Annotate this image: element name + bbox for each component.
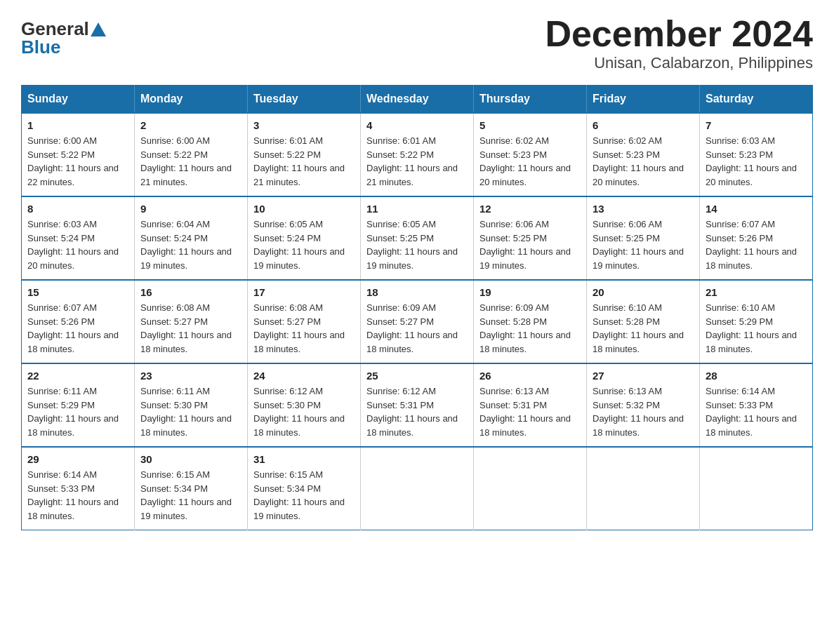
day-info: Sunrise: 6:00 AMSunset: 5:22 PMDaylight:… — [140, 134, 241, 189]
calendar-cell: 15Sunrise: 6:07 AMSunset: 5:26 PMDayligh… — [22, 280, 135, 363]
day-number: 21 — [706, 286, 807, 298]
calendar-cell: 23Sunrise: 6:11 AMSunset: 5:30 PMDayligh… — [135, 363, 248, 447]
calendar-cell — [587, 447, 700, 530]
page-header: General Blue December 2024 Unisan, Calab… — [21, 14, 813, 72]
calendar-cell: 13Sunrise: 6:06 AMSunset: 5:25 PMDayligh… — [587, 196, 700, 280]
logo-general: General — [21, 20, 89, 38]
calendar-cell — [361, 447, 474, 530]
calendar-cell: 1Sunrise: 6:00 AMSunset: 5:22 PMDaylight… — [22, 113, 135, 196]
day-info: Sunrise: 6:13 AMSunset: 5:32 PMDaylight:… — [593, 384, 694, 439]
calendar-cell: 14Sunrise: 6:07 AMSunset: 5:26 PMDayligh… — [700, 196, 813, 280]
day-number: 6 — [593, 119, 694, 131]
day-info: Sunrise: 6:10 AMSunset: 5:29 PMDaylight:… — [706, 301, 807, 356]
calendar-cell: 8Sunrise: 6:03 AMSunset: 5:24 PMDaylight… — [22, 196, 135, 280]
column-header-tuesday: Tuesday — [248, 86, 361, 114]
day-number: 26 — [479, 370, 581, 382]
day-number: 23 — [140, 370, 241, 382]
day-info: Sunrise: 6:15 AMSunset: 5:34 PMDaylight:… — [253, 468, 355, 523]
day-number: 14 — [706, 203, 807, 215]
day-number: 16 — [140, 286, 241, 298]
day-info: Sunrise: 6:11 AMSunset: 5:30 PMDaylight:… — [140, 384, 241, 439]
day-number: 24 — [253, 370, 355, 382]
calendar-cell: 10Sunrise: 6:05 AMSunset: 5:24 PMDayligh… — [248, 196, 361, 280]
day-info: Sunrise: 6:09 AMSunset: 5:27 PMDaylight:… — [366, 301, 468, 356]
page-title: December 2024 — [545, 14, 813, 54]
calendar-cell: 12Sunrise: 6:06 AMSunset: 5:25 PMDayligh… — [474, 196, 587, 280]
calendar-cell — [700, 447, 813, 530]
day-number: 19 — [479, 286, 581, 298]
calendar-cell: 24Sunrise: 6:12 AMSunset: 5:30 PMDayligh… — [248, 363, 361, 447]
calendar-cell: 4Sunrise: 6:01 AMSunset: 5:22 PMDaylight… — [361, 113, 474, 196]
day-number: 5 — [479, 119, 581, 131]
calendar-cell: 27Sunrise: 6:13 AMSunset: 5:32 PMDayligh… — [587, 363, 700, 447]
calendar-header: SundayMondayTuesdayWednesdayThursdayFrid… — [22, 86, 813, 114]
day-number: 9 — [140, 203, 241, 215]
day-number: 18 — [366, 286, 468, 298]
day-number: 10 — [253, 203, 355, 215]
logo-blue: Blue — [21, 38, 60, 56]
calendar-cell: 29Sunrise: 6:14 AMSunset: 5:33 PMDayligh… — [22, 447, 135, 530]
week-row-2: 8Sunrise: 6:03 AMSunset: 5:24 PMDaylight… — [22, 196, 813, 280]
calendar-table: SundayMondayTuesdayWednesdayThursdayFrid… — [21, 85, 813, 530]
day-info: Sunrise: 6:08 AMSunset: 5:27 PMDaylight:… — [140, 301, 241, 356]
day-number: 28 — [706, 370, 807, 382]
column-header-sunday: Sunday — [22, 86, 135, 114]
day-number: 17 — [253, 286, 355, 298]
column-header-thursday: Thursday — [474, 86, 587, 114]
day-info: Sunrise: 6:03 AMSunset: 5:23 PMDaylight:… — [706, 134, 807, 189]
calendar-cell: 2Sunrise: 6:00 AMSunset: 5:22 PMDaylight… — [135, 113, 248, 196]
day-number: 11 — [366, 203, 468, 215]
day-info: Sunrise: 6:07 AMSunset: 5:26 PMDaylight:… — [706, 217, 807, 272]
day-info: Sunrise: 6:00 AMSunset: 5:22 PMDaylight:… — [27, 134, 128, 189]
week-row-3: 15Sunrise: 6:07 AMSunset: 5:26 PMDayligh… — [22, 280, 813, 363]
day-info: Sunrise: 6:14 AMSunset: 5:33 PMDaylight:… — [27, 468, 128, 523]
calendar-cell: 26Sunrise: 6:13 AMSunset: 5:31 PMDayligh… — [474, 363, 587, 447]
calendar-cell: 11Sunrise: 6:05 AMSunset: 5:25 PMDayligh… — [361, 196, 474, 280]
day-info: Sunrise: 6:14 AMSunset: 5:33 PMDaylight:… — [706, 384, 807, 439]
day-info: Sunrise: 6:10 AMSunset: 5:28 PMDaylight:… — [593, 301, 694, 356]
day-info: Sunrise: 6:04 AMSunset: 5:24 PMDaylight:… — [140, 217, 241, 272]
day-number: 25 — [366, 370, 468, 382]
day-number: 13 — [593, 203, 694, 215]
header-row: SundayMondayTuesdayWednesdayThursdayFrid… — [22, 86, 813, 114]
calendar-cell: 7Sunrise: 6:03 AMSunset: 5:23 PMDaylight… — [700, 113, 813, 196]
day-info: Sunrise: 6:02 AMSunset: 5:23 PMDaylight:… — [593, 134, 694, 189]
day-info: Sunrise: 6:01 AMSunset: 5:22 PMDaylight:… — [366, 134, 468, 189]
day-info: Sunrise: 6:11 AMSunset: 5:29 PMDaylight:… — [27, 384, 128, 439]
day-info: Sunrise: 6:12 AMSunset: 5:30 PMDaylight:… — [253, 384, 355, 439]
column-header-wednesday: Wednesday — [361, 86, 474, 114]
day-number: 27 — [593, 370, 694, 382]
week-row-1: 1Sunrise: 6:00 AMSunset: 5:22 PMDaylight… — [22, 113, 813, 196]
day-info: Sunrise: 6:08 AMSunset: 5:27 PMDaylight:… — [253, 301, 355, 356]
day-info: Sunrise: 6:03 AMSunset: 5:24 PMDaylight:… — [27, 217, 128, 272]
column-header-friday: Friday — [587, 86, 700, 114]
calendar-cell: 3Sunrise: 6:01 AMSunset: 5:22 PMDaylight… — [248, 113, 361, 196]
calendar-cell: 5Sunrise: 6:02 AMSunset: 5:23 PMDaylight… — [474, 113, 587, 196]
day-info: Sunrise: 6:06 AMSunset: 5:25 PMDaylight:… — [479, 217, 581, 272]
column-header-saturday: Saturday — [700, 86, 813, 114]
logo-triangle-icon — [91, 22, 106, 36]
calendar-cell: 6Sunrise: 6:02 AMSunset: 5:23 PMDaylight… — [587, 113, 700, 196]
day-number: 8 — [27, 203, 128, 215]
calendar-cell: 28Sunrise: 6:14 AMSunset: 5:33 PMDayligh… — [700, 363, 813, 447]
day-number: 15 — [27, 286, 128, 298]
calendar-cell: 22Sunrise: 6:11 AMSunset: 5:29 PMDayligh… — [22, 363, 135, 447]
day-info: Sunrise: 6:06 AMSunset: 5:25 PMDaylight:… — [593, 217, 694, 272]
calendar-cell: 25Sunrise: 6:12 AMSunset: 5:31 PMDayligh… — [361, 363, 474, 447]
day-info: Sunrise: 6:02 AMSunset: 5:23 PMDaylight:… — [479, 134, 581, 189]
calendar-cell: 16Sunrise: 6:08 AMSunset: 5:27 PMDayligh… — [135, 280, 248, 363]
calendar-cell: 19Sunrise: 6:09 AMSunset: 5:28 PMDayligh… — [474, 280, 587, 363]
day-number: 7 — [706, 119, 807, 131]
day-number: 31 — [253, 453, 355, 465]
calendar-cell: 21Sunrise: 6:10 AMSunset: 5:29 PMDayligh… — [700, 280, 813, 363]
calendar-cell: 18Sunrise: 6:09 AMSunset: 5:27 PMDayligh… — [361, 280, 474, 363]
calendar-cell: 20Sunrise: 6:10 AMSunset: 5:28 PMDayligh… — [587, 280, 700, 363]
title-block: December 2024 Unisan, Calabarzon, Philip… — [545, 14, 813, 72]
page-subtitle: Unisan, Calabarzon, Philippines — [545, 54, 813, 72]
calendar-cell: 9Sunrise: 6:04 AMSunset: 5:24 PMDaylight… — [135, 196, 248, 280]
day-number: 2 — [140, 119, 241, 131]
week-row-4: 22Sunrise: 6:11 AMSunset: 5:29 PMDayligh… — [22, 363, 813, 447]
day-info: Sunrise: 6:05 AMSunset: 5:25 PMDaylight:… — [366, 217, 468, 272]
calendar-cell — [474, 447, 587, 530]
day-info: Sunrise: 6:12 AMSunset: 5:31 PMDaylight:… — [366, 384, 468, 439]
